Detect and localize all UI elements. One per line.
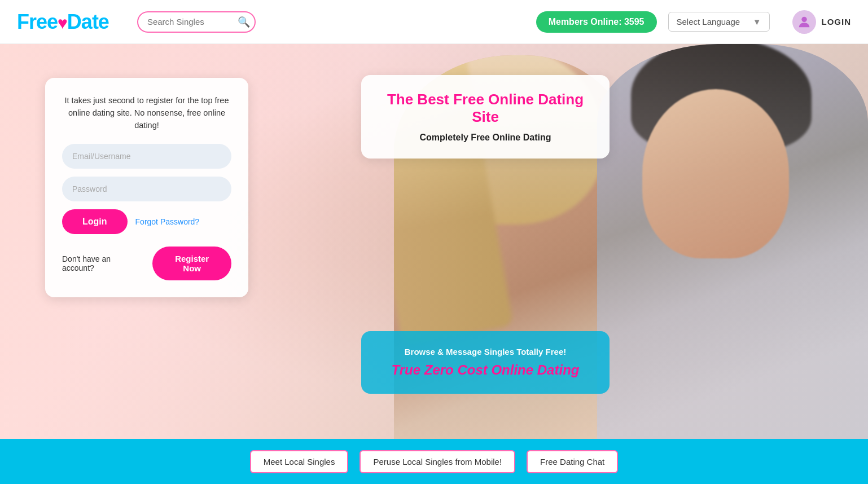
logo-dot: ♥ bbox=[58, 14, 67, 32]
logo-text: Free♥Date bbox=[17, 10, 109, 34]
email-input[interactable] bbox=[62, 144, 231, 169]
svg-point-0 bbox=[801, 16, 806, 21]
register-button[interactable]: Register Now bbox=[152, 247, 231, 280]
logo-free: Free bbox=[17, 10, 58, 33]
language-label: Select Language bbox=[677, 17, 740, 27]
hero-section: It takes just second to register for the… bbox=[0, 44, 868, 439]
register-row: Don't have an account? Register Now bbox=[62, 247, 231, 280]
browse-text: Browse & Message Singles Totally Free! bbox=[379, 347, 591, 357]
login-card: It takes just second to register for the… bbox=[45, 78, 248, 297]
login-tagline: It takes just second to register for the… bbox=[62, 95, 231, 131]
login-actions: Login Forgot Password? bbox=[62, 209, 231, 234]
members-online-badge: Members Online: 3595 bbox=[536, 11, 657, 33]
main-title: The Best Free Online Dating Site bbox=[379, 91, 591, 126]
language-selector[interactable]: Select Language ▼ bbox=[668, 12, 770, 32]
subtitle: Completely Free Online Dating bbox=[379, 133, 591, 143]
promo-top-card: The Best Free Online Dating Site Complet… bbox=[361, 75, 610, 159]
search-input[interactable] bbox=[147, 17, 238, 27]
peruse-mobile-button[interactable]: Peruse Local Singles from Mobile! bbox=[360, 450, 515, 473]
logo-date: Date bbox=[67, 10, 109, 33]
no-account-text: Don't have an account? bbox=[62, 254, 144, 272]
header: Free♥Date 🔍 Members Online: 3595 Select … bbox=[0, 0, 868, 44]
zero-cost-text: True Zero Cost Online Dating bbox=[379, 362, 591, 378]
forgot-password-link[interactable]: Forgot Password? bbox=[135, 217, 200, 226]
avatar-icon bbox=[792, 10, 816, 34]
search-icon: 🔍 bbox=[238, 16, 250, 28]
login-label: LOGIN bbox=[822, 17, 852, 27]
promo-bottom-card: Browse & Message Singles Totally Free! T… bbox=[361, 331, 610, 394]
login-button[interactable]: Login bbox=[62, 209, 128, 234]
free-dating-chat-button[interactable]: Free Dating Chat bbox=[527, 450, 618, 473]
logo[interactable]: Free♥Date bbox=[17, 10, 109, 34]
login-area[interactable]: LOGIN bbox=[792, 10, 852, 34]
chevron-down-icon: ▼ bbox=[753, 17, 761, 27]
password-input[interactable] bbox=[62, 177, 231, 201]
footer-bar: Meet Local Singles Peruse Local Singles … bbox=[0, 439, 868, 484]
search-bar[interactable]: 🔍 bbox=[137, 11, 256, 33]
meet-local-singles-button[interactable]: Meet Local Singles bbox=[250, 450, 349, 473]
